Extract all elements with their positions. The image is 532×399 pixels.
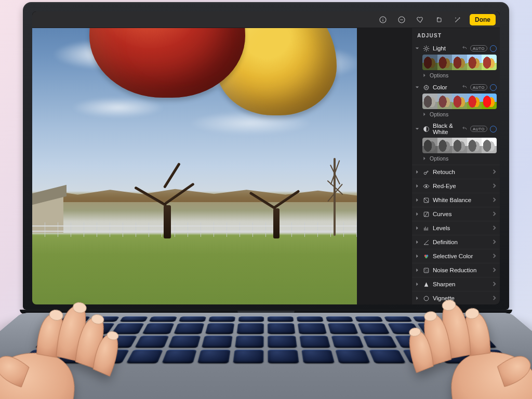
- adjust-label: Red-Eye: [433, 183, 489, 189]
- selective-color-icon: [422, 252, 430, 260]
- curves-icon: [422, 210, 430, 218]
- adjust-label: Black & White: [433, 123, 459, 135]
- toolbar: Done: [32, 11, 500, 28]
- adjust-label: Color: [433, 84, 459, 90]
- rotate-icon[interactable]: [432, 14, 446, 26]
- chevron-right-icon: [422, 73, 427, 77]
- levels-icon: [422, 224, 430, 232]
- chevron-down-icon: [415, 127, 419, 131]
- bare-tree: [316, 157, 353, 235]
- canvas-area[interactable]: [32, 28, 357, 304]
- chevron-right-icon: [415, 282, 419, 286]
- adjust-header-color[interactable]: Color AUTO: [412, 82, 500, 92]
- redeye-icon: [422, 182, 430, 190]
- auto-enhance-icon[interactable]: [451, 14, 464, 26]
- color-icon: [422, 84, 430, 91]
- adjust-row-redeye[interactable]: Red-Eye: [412, 179, 500, 193]
- adjust-label: White Balance: [433, 197, 489, 203]
- auto-button[interactable]: AUTO: [470, 45, 487, 51]
- svg-line-14: [428, 46, 428, 47]
- adjust-header-light[interactable]: Light AUTO: [412, 43, 500, 53]
- svg-point-33: [425, 271, 426, 271]
- undo-icon[interactable]: [462, 45, 468, 52]
- options-toggle-bw[interactable]: Options: [412, 154, 500, 165]
- adjust-label: Retouch: [433, 169, 489, 175]
- info-icon[interactable]: [376, 14, 390, 26]
- red-tree: [95, 72, 240, 238]
- favorite-icon[interactable]: [414, 14, 427, 26]
- chevron-right-icon: [492, 239, 497, 245]
- undo-icon[interactable]: [462, 126, 468, 132]
- panel-title: ADJUST: [412, 28, 500, 43]
- svg-point-29: [425, 256, 427, 258]
- options-toggle-color[interactable]: Options: [412, 110, 500, 121]
- app-window: Done: [32, 11, 500, 304]
- svg-point-34: [427, 271, 428, 272]
- svg-point-16: [425, 87, 427, 88]
- adjust-section-bw: Black & White AUTO Optio: [412, 121, 500, 165]
- chevron-right-icon: [492, 183, 497, 189]
- laptop: Done: [23, 2, 509, 314]
- options-label: Options: [430, 111, 448, 117]
- chevron-right-icon: [415, 240, 419, 244]
- chevron-right-icon: [492, 253, 497, 259]
- light-thumbnail-strip[interactable]: [422, 55, 497, 70]
- enable-ring-icon[interactable]: [490, 126, 497, 132]
- chevron-right-icon: [422, 112, 427, 116]
- svg-point-6: [425, 47, 427, 49]
- adjust-label: Levels: [433, 225, 489, 231]
- workspace: ADJUST Light AUTO: [32, 28, 500, 304]
- adjust-row-wb[interactable]: White Balance: [412, 193, 500, 207]
- adjust-label: Selective Color: [433, 253, 489, 259]
- auto-button[interactable]: AUTO: [470, 84, 487, 90]
- definition-icon: [422, 238, 430, 246]
- adjust-label: Definition: [433, 239, 489, 245]
- svg-point-18: [427, 86, 428, 87]
- chevron-right-icon: [415, 212, 419, 216]
- adjust-row-curves[interactable]: Curves: [412, 207, 500, 221]
- color-thumbnail-strip[interactable]: [422, 94, 497, 109]
- svg-point-17: [425, 85, 426, 86]
- adjust-label: Curves: [433, 211, 489, 217]
- chevron-right-icon: [492, 197, 497, 203]
- svg-point-23: [424, 172, 426, 174]
- chevron-down-icon: [415, 46, 419, 50]
- remove-icon[interactable]: [395, 14, 408, 26]
- adjust-label: Noise Reduction: [433, 267, 489, 273]
- adjust-header-bw[interactable]: Black & White AUTO: [412, 121, 500, 136]
- adjust-row-levels[interactable]: Levels: [412, 221, 500, 235]
- adjust-label: Light: [433, 45, 459, 51]
- adjust-row-selective[interactable]: Selective Color: [412, 249, 500, 263]
- chevron-right-icon: [492, 267, 497, 273]
- svg-line-11: [424, 46, 424, 47]
- enable-ring-icon[interactable]: [490, 45, 497, 52]
- options-toggle-light[interactable]: Options: [412, 71, 500, 82]
- adjust-section-light: Light AUTO Options: [412, 43, 500, 82]
- svg-point-24: [425, 185, 427, 187]
- adjust-row-retouch[interactable]: Retouch: [412, 165, 500, 179]
- options-label: Options: [430, 155, 448, 162]
- adjust-sidebar: ADJUST Light AUTO: [411, 28, 500, 304]
- auto-button[interactable]: AUTO: [470, 126, 487, 132]
- enable-ring-icon[interactable]: [490, 84, 497, 91]
- photo-canvas: [32, 28, 357, 304]
- adjust-row-noise[interactable]: Noise Reduction: [412, 263, 500, 277]
- noise-icon: [422, 267, 430, 274]
- svg-rect-30: [424, 268, 429, 273]
- undo-icon[interactable]: [462, 84, 468, 91]
- bw-thumbnail-strip[interactable]: [422, 138, 497, 153]
- svg-point-19: [427, 88, 427, 88]
- chevron-right-icon: [415, 198, 419, 202]
- chevron-down-icon: [415, 85, 419, 89]
- svg-rect-5: [437, 18, 441, 21]
- adjust-row-definition[interactable]: Definition: [412, 235, 500, 249]
- done-button[interactable]: Done: [470, 14, 496, 25]
- svg-line-12: [428, 50, 428, 50]
- canvas-gutter: [357, 28, 411, 304]
- chevron-right-icon: [415, 268, 419, 272]
- svg-point-2: [382, 18, 383, 18]
- svg-point-20: [424, 88, 425, 88]
- chevron-right-icon: [415, 184, 419, 188]
- chevron-right-icon: [415, 226, 419, 230]
- bw-icon: [422, 125, 430, 132]
